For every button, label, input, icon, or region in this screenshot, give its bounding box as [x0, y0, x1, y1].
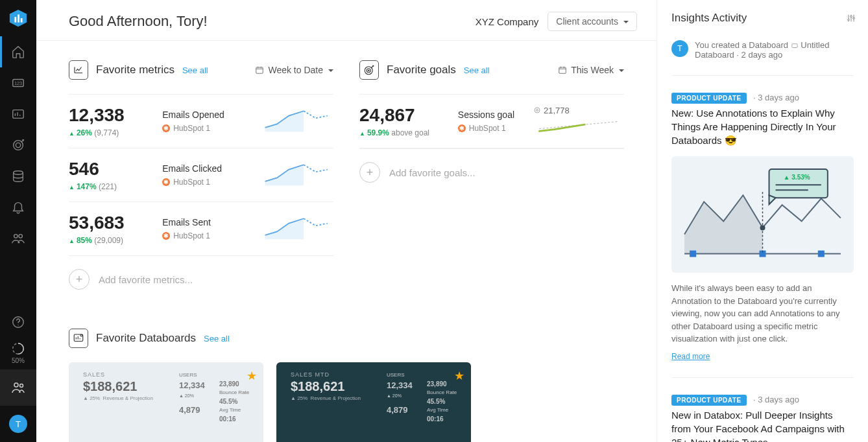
metric-source: HubSpot 1	[173, 178, 210, 187]
svg-point-14	[14, 383, 18, 387]
card-title: SALES MTD	[291, 371, 361, 378]
card-sub: ▲ 25% Revenue & Projection	[83, 395, 153, 401]
goals-date-picker[interactable]: This Week	[558, 65, 624, 75]
svg-point-8	[16, 143, 20, 147]
metric-previous: (9,774)	[94, 128, 119, 137]
databoard-card[interactable]: ★ SALES MTD $188,621 ▲ 25% Revenue & Pro…	[276, 362, 471, 442]
svg-point-30	[850, 16, 852, 17]
activity-avatar: T	[671, 40, 688, 57]
metrics-title: Favorite metrics	[96, 64, 175, 76]
add-metric-row[interactable]: + Add favorite metrics...	[69, 256, 333, 303]
svg-point-10	[14, 235, 18, 238]
svg-marker-19	[265, 218, 304, 239]
read-more-link[interactable]: Read more	[671, 352, 710, 361]
metric-row[interactable]: 12,338 26% (9,774) Emails Opened ✱HubSpo…	[69, 94, 333, 148]
svg-rect-36	[818, 251, 825, 257]
metric-sparkline	[262, 105, 333, 137]
goal-target: 21,778	[533, 106, 624, 115]
activity-time: · 2 days ago	[736, 50, 782, 60]
svg-point-31	[853, 17, 855, 19]
source-icon: ✱	[162, 178, 170, 186]
plus-icon: +	[69, 269, 90, 290]
calendar-icon	[255, 65, 264, 75]
nav-progress[interactable]	[0, 338, 36, 360]
top-bar: Good Afternoon, Tory! XYZ Company Client…	[36, 0, 657, 41]
post-time: · 3 days ago	[753, 395, 799, 404]
source-icon: ✱	[162, 124, 170, 132]
insight-post: PRODUCT UPDATE · 3 days ago New: Use Ann…	[671, 91, 854, 362]
metrics-see-all[interactable]: See all	[182, 65, 208, 75]
company-name: XYZ Company	[476, 16, 539, 27]
svg-point-15	[20, 384, 23, 388]
metric-sparkline	[262, 159, 333, 191]
metrics-date-label: Week to Date	[268, 65, 323, 75]
nav-goals[interactable]	[0, 130, 36, 161]
goal-name: Sessions goal	[458, 110, 533, 120]
nav-data[interactable]	[0, 161, 36, 192]
svg-text:123: 123	[14, 80, 22, 86]
databoards-title: Favorite Databoards	[96, 332, 196, 345]
svg-marker-18	[265, 165, 304, 185]
goals-see-all[interactable]: See all	[464, 65, 490, 75]
metric-row[interactable]: 53,683 85% (29,009) Emails Sent ✱HubSpot…	[69, 202, 333, 256]
metric-source: HubSpot 1	[173, 231, 210, 240]
metric-source: HubSpot 1	[173, 124, 210, 133]
svg-rect-6	[13, 110, 24, 119]
activity-text: You created a Databoard	[695, 40, 791, 50]
svg-rect-1	[14, 17, 16, 22]
post-image: ▲ 3.53%	[671, 156, 854, 273]
app-logo[interactable]	[0, 0, 36, 36]
account-picker[interactable]: Client accounts	[548, 12, 637, 31]
settings-icon[interactable]	[846, 13, 856, 23]
metric-previous: (29,009)	[94, 236, 123, 245]
svg-rect-23	[559, 67, 566, 73]
favorite-databoards-section: Favorite Databoards See all ★ SALES $188…	[69, 329, 624, 442]
goal-delta: 59.9%	[359, 128, 389, 137]
metric-name: Emails Sent	[162, 217, 262, 227]
metric-name: Emails Opened	[162, 110, 262, 120]
databoard-card[interactable]: ★ SALES $188,621 ▲ 25% Revenue & Project…	[69, 362, 263, 442]
metric-value: 53,683	[69, 213, 162, 233]
svg-rect-16	[256, 67, 263, 73]
nav-databoards[interactable]	[0, 99, 36, 130]
post-badge: PRODUCT UPDATE	[671, 395, 747, 406]
post-title[interactable]: New in Databox: Pull Deeper Insights fro…	[671, 408, 854, 443]
metric-delta: 85%	[69, 236, 92, 245]
nav-home[interactable]	[0, 36, 36, 67]
source-icon: ✱	[162, 232, 170, 240]
metric-delta: 147%	[69, 182, 97, 191]
nav-help[interactable]	[0, 307, 36, 338]
databoards-see-all[interactable]: See all	[204, 334, 230, 343]
nav-alerts[interactable]	[0, 192, 36, 223]
source-icon: ✱	[458, 124, 466, 132]
card-title: SALES	[83, 371, 153, 378]
goal-row[interactable]: 24,867 59.9% above goal Sessions goal ✱H…	[359, 94, 624, 148]
svg-point-28	[80, 334, 82, 336]
svg-rect-27	[74, 334, 83, 342]
insight-post: PRODUCT UPDATE · 3 days ago New in Datab…	[671, 393, 854, 443]
insights-title: Insights Activity	[671, 12, 854, 25]
nav-metrics[interactable]: 123	[0, 67, 36, 99]
card-value: $188,621	[291, 379, 361, 394]
card-sub: ▲ 25% Revenue & Projection	[291, 395, 361, 401]
databoards-icon	[69, 329, 88, 348]
left-nav: 123 50% T	[0, 0, 36, 442]
metrics-date-picker[interactable]: Week to Date	[255, 65, 333, 75]
post-title[interactable]: New: Use Annotations to Explain Why Thin…	[671, 106, 854, 147]
metric-delta: 26%	[69, 128, 92, 137]
add-goal-label: Add favorite goals...	[389, 167, 476, 178]
nav-team[interactable]	[0, 223, 36, 254]
chevron-down-icon	[618, 65, 624, 75]
activity-item[interactable]: T You created a Databoard Untitled Datab…	[671, 40, 854, 60]
goal-status: above goal	[391, 128, 429, 137]
nav-user-avatar[interactable]: T	[9, 415, 27, 433]
add-goal-row[interactable]: + Add favorite goals...	[359, 148, 624, 196]
metric-row[interactable]: 546 147% (221) Emails Clicked ✱HubSpot 1	[69, 148, 333, 202]
svg-text:▲ 3.53%: ▲ 3.53%	[784, 174, 810, 181]
page-greeting: Good Afternoon, Tory!	[69, 13, 466, 30]
svg-point-29	[848, 19, 850, 21]
post-time: · 3 days ago	[753, 93, 799, 102]
card-value: $188,621	[83, 379, 153, 394]
svg-point-25	[536, 110, 538, 111]
nav-users[interactable]	[0, 369, 36, 406]
